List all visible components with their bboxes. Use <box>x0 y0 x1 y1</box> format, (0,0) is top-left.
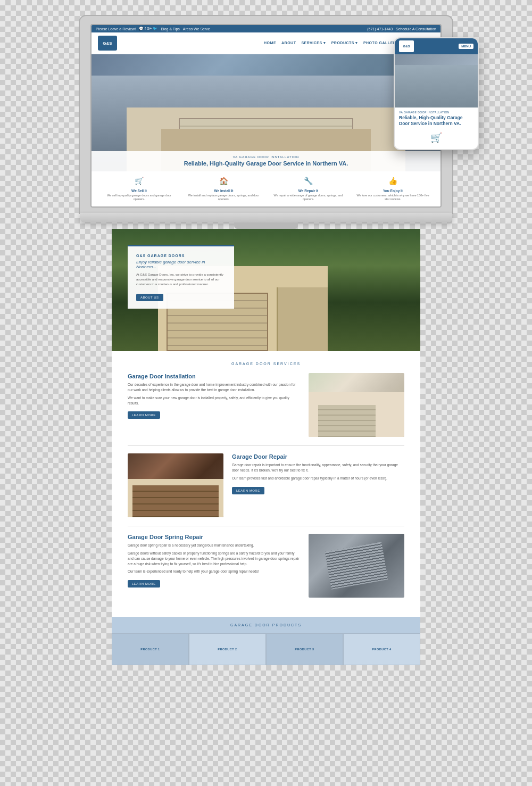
services-section-label: GARAGE DOOR SERVICES <box>128 362 404 366</box>
service-installation-text: Garage Door Installation Our decades of … <box>128 373 300 419</box>
feature-repair-title: We Repair It <box>271 189 346 193</box>
services-section: GARAGE DOOR SERVICES Garage Door Install… <box>112 351 420 617</box>
thumbs-up-icon: 👍 <box>388 177 398 187</box>
hero-title: Reliable, High-Quality Garage Door Servi… <box>100 160 432 167</box>
service-repair-text: Garage Door Repair Garage door repair is… <box>232 453 404 494</box>
spring-photo <box>309 534 404 598</box>
service-repair-image <box>128 453 223 517</box>
feature-sell-title: We Sell It <box>102 189 177 193</box>
repair-learn-more-button[interactable]: LEARN MORE <box>232 487 264 494</box>
nav-about[interactable]: ABOUT <box>281 41 296 45</box>
mobile-mockup: G&S MENU VA GARAGE DOOR INSTALLATION Rel… <box>394 37 479 150</box>
mobile-top-bar: G&S MENU <box>395 38 478 54</box>
service-repair-row: Garage Door Repair Garage door repair is… <box>128 453 404 517</box>
topbar-review-text: Please Leave a Review! <box>96 27 136 31</box>
topbar-icons: 💬 f G+ 🐦 <box>139 27 157 31</box>
service-installation-row: Garage Door Installation Our decades of … <box>128 373 404 437</box>
site-logo[interactable]: G&S <box>98 36 117 51</box>
product-label-2: Product 2 <box>218 648 237 651</box>
site-hero: VA GARAGE DOOR INSTALLATION Reliable, Hi… <box>92 54 440 171</box>
feature-sell: 🛒 We Sell It We sell top-quality garage … <box>102 177 177 201</box>
topbar-left: Please Leave a Review! 💬 f G+ 🐦 Blog & T… <box>96 27 210 31</box>
about-tagline: Enjoy reliable garage door service in No… <box>136 260 226 269</box>
laptop-screen: Please Leave a Review! 💬 f G+ 🐦 Blog & T… <box>90 24 442 208</box>
service-spring-desc2: Garage doors without safety cables or pr… <box>128 551 300 566</box>
about-side-door <box>277 287 328 351</box>
product-item-3[interactable]: Product 3 <box>266 633 343 665</box>
about-overlay-box: G&S GARAGE DOORS Enjoy reliable garage d… <box>128 245 234 309</box>
service-installation-image <box>309 373 404 437</box>
nav-home[interactable]: HOME <box>264 41 276 45</box>
products-section: GARAGE DOOR PRODUCTS Product 1 Product 2… <box>112 617 420 665</box>
house-icon: 🏠 <box>219 177 229 187</box>
wrench-icon: 🔧 <box>303 177 314 187</box>
laptop-base <box>80 213 452 222</box>
service-repair-title: Garage Door Repair <box>232 453 404 460</box>
product-item-2[interactable]: Product 2 <box>189 633 266 665</box>
product-label-3: Product 3 <box>295 648 314 651</box>
hero-subtitle: VA GARAGE DOOR INSTALLATION <box>100 155 432 159</box>
nav-products[interactable]: PRODUCTS ▾ <box>331 41 358 45</box>
product-label-1: Product 1 <box>140 648 160 651</box>
about-us-button[interactable]: ABOUT US <box>136 294 163 301</box>
divider-1 <box>128 445 404 446</box>
repair-photo <box>128 453 223 517</box>
products-section-label: GARAGE DOOR PRODUCTS <box>112 617 420 633</box>
site-topbar: Please Leave a Review! 💬 f G+ 🐦 Blog & T… <box>92 25 440 32</box>
service-spring-row: Garage Door Spring Repair Garage door sp… <box>128 534 404 598</box>
spring-learn-more-button[interactable]: LEARN MORE <box>128 580 160 588</box>
page-wrapper: Please Leave a Review! 💬 f G+ 🐦 Blog & T… <box>80 16 452 665</box>
mobile-hero <box>395 54 478 107</box>
topbar-right: (571) 471-1443 Schedule A Consultation <box>367 27 436 31</box>
mobile-logo: G&S <box>399 40 414 52</box>
mobile-hero-house <box>395 65 478 107</box>
site-nav: G&S HOME ABOUT SERVICES ▾ PRODUCTS ▾ PHO… <box>92 32 440 54</box>
service-spring-desc1: Garage door spring repair is a necessary… <box>128 543 300 548</box>
installation-photo <box>309 373 404 437</box>
service-spring-desc3: Our team is experienced and ready to hel… <box>128 569 300 574</box>
feature-repair-desc: We repair a wide range of garage doors, … <box>271 194 346 201</box>
product-item-1[interactable]: Product 1 <box>112 633 189 665</box>
mobile-title: Reliable, High-Quality Garage Door Servi… <box>399 115 473 127</box>
laptop-area: Please Leave a Review! 💬 f G+ 🐦 Blog & T… <box>80 16 452 229</box>
service-spring-title: Garage Door Spring Repair <box>128 534 300 540</box>
topbar-areas[interactable]: Areas We Serve <box>183 27 210 31</box>
topbar-schedule[interactable]: Schedule A Consultation <box>396 27 436 31</box>
divider-2 <box>128 526 404 526</box>
service-spring-image <box>309 534 404 598</box>
mobile-cart-icon: 🛒 <box>399 130 473 146</box>
service-installation-title: Garage Door Installation <box>128 373 300 379</box>
topbar-blog[interactable]: Blog & Tips <box>161 27 179 31</box>
service-repair-desc2: Our team provides fast and affordable ga… <box>232 476 404 481</box>
mobile-subtitle: VA GARAGE DOOR INSTALLATION <box>399 111 473 114</box>
service-repair-desc1: Garage door repair is important to ensur… <box>232 462 404 473</box>
feature-enjoy-desc: We love our customers, which is why we h… <box>356 194 430 201</box>
product-item-4[interactable]: Product 4 <box>343 633 420 665</box>
products-grid: Product 1 Product 2 Product 3 Product 4 <box>112 633 420 665</box>
feature-sell-desc: We sell top-quality garage doors and gar… <box>102 194 177 201</box>
service-installation-desc2: We want to make sure your new garage doo… <box>128 395 300 406</box>
product-label-4: Product 4 <box>372 648 391 651</box>
feature-enjoy: 👍 You Enjoy It We love our customers, wh… <box>356 177 430 201</box>
laptop-stand <box>234 222 298 229</box>
about-section: G&S GARAGE DOORS Enjoy reliable garage d… <box>112 229 420 351</box>
cart-icon: 🛒 <box>134 177 145 187</box>
feature-repair: 🔧 We Repair It We repair a wide range of… <box>271 177 346 201</box>
mobile-menu-button[interactable]: MENU <box>459 44 473 49</box>
service-installation-desc1: Our decades of experience in the garage … <box>128 382 300 393</box>
feature-install-desc: We install and replace garage doors, spr… <box>187 194 261 201</box>
topbar-phone: (571) 471-1443 <box>367 27 393 31</box>
service-spring-text: Garage Door Spring Repair Garage door sp… <box>128 534 300 588</box>
about-label: G&S GARAGE DOORS <box>136 254 226 258</box>
features-row: 🛒 We Sell It We sell top-quality garage … <box>92 171 440 206</box>
feature-enjoy-title: You Enjoy It <box>356 189 430 193</box>
mobile-content: VA GARAGE DOOR INSTALLATION Reliable, Hi… <box>395 107 478 149</box>
about-description: At G&S Garage Doors, Inc. we strive to p… <box>136 272 226 287</box>
installation-learn-more-button[interactable]: LEARN MORE <box>128 411 160 419</box>
feature-install: 🏠 We Install It We install and replace g… <box>187 177 261 201</box>
feature-install-title: We Install It <box>187 189 261 193</box>
about-photo: G&S GARAGE DOORS Enjoy reliable garage d… <box>112 229 420 351</box>
hero-overlay: VA GARAGE DOOR INSTALLATION Reliable, Hi… <box>92 151 440 171</box>
nav-services[interactable]: SERVICES ▾ <box>301 41 326 45</box>
